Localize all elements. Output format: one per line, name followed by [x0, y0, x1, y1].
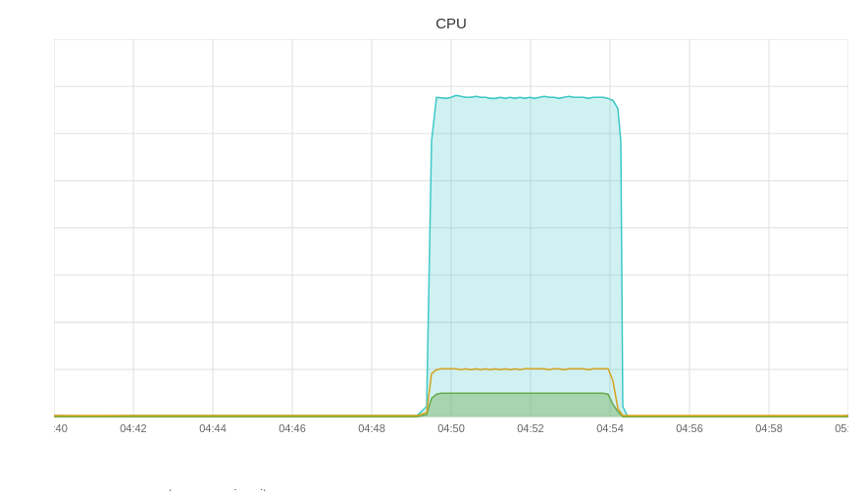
legend-label-user: user [80, 486, 105, 491]
svg-text:04:48: 04:48 [358, 422, 385, 434]
legend-label-iowait: iowait [233, 486, 266, 491]
svg-text:04:52: 04:52 [517, 422, 544, 434]
svg-text:04:46: 04:46 [279, 422, 306, 434]
chart-svg: 8% 6% 4% 2% 0% 04:40 04:42 04:44 04:46 [54, 39, 848, 437]
chart-legend: user system iowait [54, 486, 267, 491]
user-area [54, 393, 848, 417]
svg-text:04:44: 04:44 [199, 422, 227, 434]
legend-item-system: system [123, 486, 189, 491]
svg-text:04:50: 04:50 [437, 422, 465, 434]
svg-text:04:40: 04:40 [54, 422, 68, 434]
svg-text:04:42: 04:42 [120, 422, 147, 434]
svg-text:04:54: 04:54 [596, 422, 624, 434]
svg-text:04:58: 04:58 [755, 422, 783, 434]
legend-item-iowait: iowait [207, 486, 266, 491]
legend-item-user: user [54, 486, 105, 491]
chart-area: 8% 6% 4% 2% 0% 04:40 04:42 04:44 04:46 [54, 39, 848, 437]
chart-container: CPU 8% 6% 4% 2% 0% [0, 0, 868, 491]
svg-text:04:56: 04:56 [676, 422, 703, 434]
chart-title: CPU [54, 15, 848, 31]
svg-text:05:00: 05:00 [835, 422, 848, 434]
legend-label-system: system [149, 486, 189, 491]
